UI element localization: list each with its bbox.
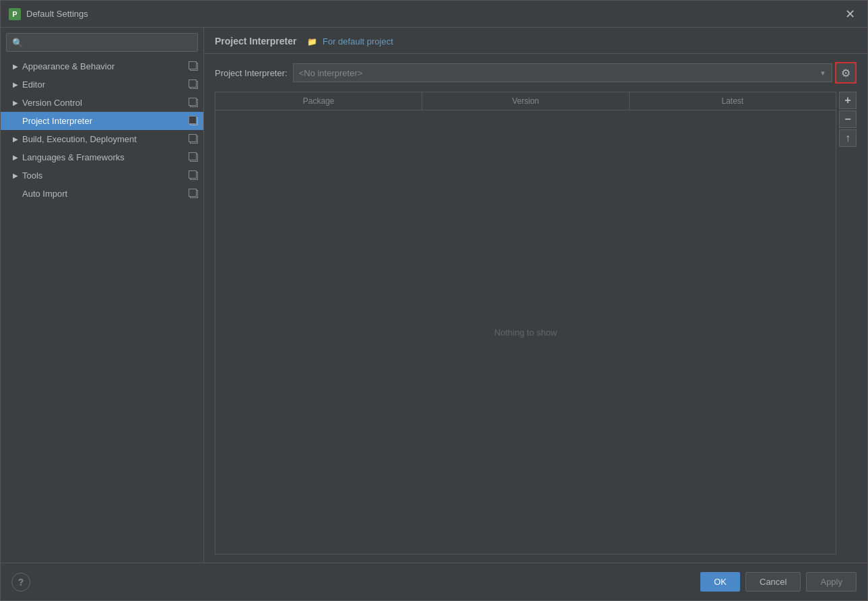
sidebar-item-editor[interactable]: ▶ Editor xyxy=(1,75,203,94)
packages-table-body: Nothing to show xyxy=(215,110,836,554)
search-icon: 🔍 xyxy=(12,38,23,48)
footer-right: OK Cancel Apply xyxy=(700,572,857,592)
svg-text:P: P xyxy=(12,10,17,18)
sidebar-item-appearance[interactable]: ▶ Appearance & Behavior xyxy=(1,57,203,75)
sidebar-item-languages-frameworks[interactable]: ▶ Languages & Frameworks xyxy=(1,148,203,166)
copy-icon xyxy=(190,172,198,180)
up-button[interactable]: ↑ xyxy=(839,129,857,147)
copy-icon xyxy=(190,117,198,125)
chevron-right-icon: ▶ xyxy=(11,63,20,71)
panel-title: Project Interpreter xyxy=(215,36,296,53)
sidebar-items: ▶ Appearance & Behavior ▶ Editor ▶ Versi… xyxy=(1,57,203,563)
sidebar-item-label: Editor xyxy=(22,80,187,90)
copy-icon xyxy=(190,135,198,144)
sidebar-item-project-interpreter[interactable]: ▶ Project Interpreter xyxy=(1,112,203,130)
chevron-right-icon: ▶ xyxy=(11,135,20,144)
panel-subtitle[interactable]: 📁 For default project xyxy=(307,36,393,53)
breadcrumb-icon: 📁 xyxy=(307,37,317,46)
panel-header: Project Interpreter 📁 For default projec… xyxy=(204,28,867,54)
cancel-button[interactable]: Cancel xyxy=(745,572,801,592)
ok-button[interactable]: OK xyxy=(700,572,740,592)
side-actions: + − ↑ xyxy=(839,92,857,555)
help-button[interactable]: ? xyxy=(11,573,30,592)
close-button[interactable]: ✕ xyxy=(840,5,859,24)
interpreter-dropdown-value: <No interpreter> xyxy=(299,68,820,78)
column-header-latest: Latest xyxy=(630,92,836,110)
copy-icon xyxy=(190,154,198,162)
search-box[interactable]: 🔍 xyxy=(6,33,198,52)
sidebar-item-label: Project Interpreter xyxy=(22,116,187,126)
column-header-package: Package xyxy=(215,92,422,110)
sidebar-item-label: Auto Import xyxy=(22,189,187,199)
sidebar-item-label: Languages & Frameworks xyxy=(22,152,187,162)
nothing-to-show-label: Nothing to show xyxy=(494,327,557,338)
sidebar-item-label: Version Control xyxy=(22,98,187,108)
title-bar: P Default Settings ✕ xyxy=(1,1,867,28)
copy-icon xyxy=(190,190,198,198)
window-title: Default Settings xyxy=(26,9,840,19)
sidebar-item-label: Build, Execution, Deployment xyxy=(22,134,187,144)
sidebar-item-version-control[interactable]: ▶ Version Control xyxy=(1,94,203,112)
chevron-right-icon: ▶ xyxy=(11,154,20,162)
chevron-right-icon: ▶ xyxy=(11,99,20,107)
main-content: 🔍 ▶ Appearance & Behavior ▶ Editor ▶ xyxy=(1,28,867,563)
footer-left: ? xyxy=(11,573,30,592)
packages-wrapper: Package Version Latest Nothing to show +… xyxy=(215,92,857,555)
gear-button[interactable]: ⚙ xyxy=(835,62,857,84)
remove-package-button[interactable]: − xyxy=(839,110,857,128)
sidebar-item-auto-import[interactable]: ▶ Auto Import xyxy=(1,185,203,203)
interpreter-label: Project Interpreter: xyxy=(215,68,288,78)
interpreter-dropdown[interactable]: <No interpreter> ▼ xyxy=(293,63,832,82)
packages-table: Package Version Latest Nothing to show xyxy=(215,92,836,555)
packages-table-header: Package Version Latest xyxy=(215,92,836,110)
sidebar: 🔍 ▶ Appearance & Behavior ▶ Editor ▶ xyxy=(1,28,204,563)
footer: ? OK Cancel Apply xyxy=(1,563,867,600)
app-icon: P xyxy=(9,8,21,20)
gear-icon: ⚙ xyxy=(841,67,850,80)
sidebar-item-build-execution[interactable]: ▶ Build, Execution, Deployment xyxy=(1,130,203,148)
copy-icon xyxy=(190,81,198,89)
sidebar-item-tools[interactable]: ▶ Tools xyxy=(1,166,203,185)
copy-icon xyxy=(190,99,198,107)
interpreter-row: Project Interpreter: <No interpreter> ▼ … xyxy=(204,54,867,92)
default-settings-window: P Default Settings ✕ 🔍 ▶ Appearance & Be… xyxy=(0,0,868,601)
chevron-right-icon: ▶ xyxy=(11,81,20,89)
sidebar-item-label: Tools xyxy=(22,170,187,181)
sidebar-item-label: Appearance & Behavior xyxy=(22,61,187,71)
copy-icon xyxy=(190,63,198,71)
panel-subtitle-text: For default project xyxy=(323,36,393,46)
right-panel: Project Interpreter 📁 For default projec… xyxy=(204,28,867,563)
apply-button[interactable]: Apply xyxy=(806,572,857,592)
chevron-right-icon: ▶ xyxy=(11,172,20,180)
add-package-button[interactable]: + xyxy=(839,92,857,109)
dropdown-arrow-icon: ▼ xyxy=(820,69,826,77)
column-header-version: Version xyxy=(422,92,629,110)
